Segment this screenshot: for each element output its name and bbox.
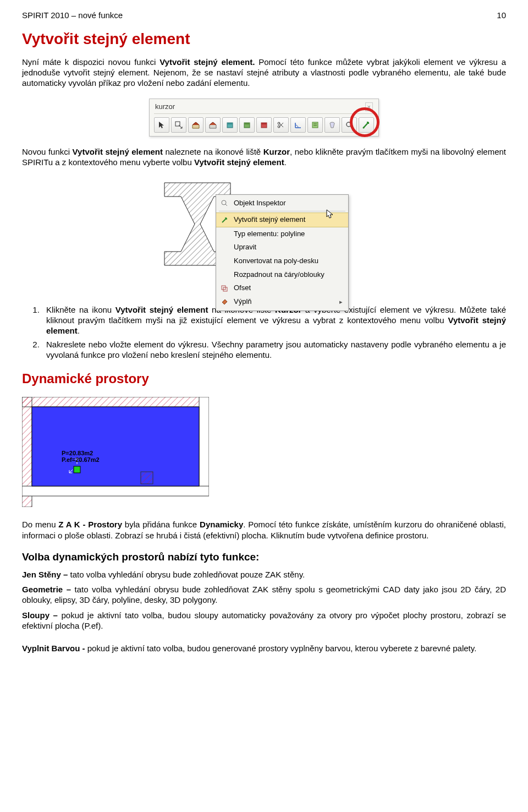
note-green-icon[interactable] [307, 117, 323, 133]
svg-point-14 [222, 200, 226, 205]
ctx-item-label: Ofset [234, 284, 251, 293]
scissors-icon[interactable] [273, 117, 289, 133]
stack-cyan-icon[interactable] [222, 117, 238, 133]
opt-jen-steny: Jen Stěny – tato volba vyhledání obrysu … [22, 569, 506, 580]
highlight-circle [350, 107, 380, 137]
room-area-ef-label: P.ef=20.67m2 [62, 456, 100, 463]
svg-rect-24 [74, 466, 80, 473]
submenu-arrow-icon: ▸ [339, 298, 343, 306]
fill-icon [219, 297, 229, 306]
ctx-konvertovat[interactable]: Konvertovat na poly-desku [216, 254, 348, 268]
blank-icon [219, 270, 229, 279]
svg-rect-2 [227, 123, 233, 124]
house-icon[interactable] [188, 117, 204, 133]
svg-rect-18 [22, 397, 209, 407]
ctx-objekt-inspektor[interactable]: Objekt Inspektor [216, 197, 348, 210]
offset-icon [219, 284, 229, 293]
section1-title: Vytvořit stejný element [22, 29, 506, 49]
opt-sloupy: Sloupy – pokud je aktivní tato volba, bu… [22, 610, 506, 631]
page-number: 10 [497, 10, 506, 20]
ctx-typ-elementu[interactable]: Typ elementu: polyline [216, 227, 348, 241]
ctx-item-label: Výplň [234, 297, 252, 307]
ctx-item-label: Typ elementu: polyline [234, 230, 305, 239]
kurzor-toolbar: kurzor × [149, 99, 379, 137]
stack-red-icon[interactable] [256, 117, 272, 133]
blank-icon [219, 230, 229, 238]
angle-icon[interactable] [290, 117, 306, 133]
select-rect-icon[interactable] [171, 117, 186, 133]
ctx-upravit[interactable]: Upravit [216, 241, 348, 254]
figure-room: P=20.83m2 P.ef=20.67m2 [22, 397, 506, 509]
context-menu[interactable]: Objekt Inspektor Vytvořit stejný element… [216, 194, 349, 311]
ctx-item-label: Vytvořit stejný element [234, 215, 305, 225]
svg-rect-9 [312, 122, 318, 128]
ctx-item-label: Objekt Inspektor [234, 199, 286, 208]
figure-toolbar: kurzor × [22, 99, 506, 137]
ctx-vypln[interactable]: Výplň ▸ [216, 295, 348, 309]
svg-rect-21 [22, 486, 209, 496]
toolbar-label: kurzor [155, 102, 175, 112]
ctx-rozpadnout[interactable]: Rozpadnout na čáry/oblouky [216, 268, 348, 282]
room-area-label: P=20.83m2 [62, 450, 93, 456]
ctx-item-label: Rozpadnout na čáry/oblouky [234, 270, 324, 280]
house2-icon[interactable] [205, 117, 221, 133]
pointer-icon[interactable] [154, 117, 169, 133]
ctx-item-label: Upravit [234, 243, 256, 252]
steps-list: Klikněte na ikonu Vytvořit stejný elemen… [22, 304, 506, 361]
opt-vyplnit-barvou: Vyplnit Barvou - pokud je aktivní tato v… [22, 643, 506, 653]
svg-rect-22 [32, 407, 199, 486]
svg-rect-4 [244, 123, 250, 124]
section2-subhead: Volba dynamických prostorů nabízí tyto f… [22, 551, 506, 564]
svg-rect-23 [141, 472, 153, 484]
section2-intro: Do menu Z A K - Prostory byla přidána fu… [22, 519, 506, 540]
page-header: SPIRIT 2010 – nové funkce 10 [22, 10, 506, 20]
inspect-icon [219, 199, 229, 208]
section1-para2: Novou funkci Vytvořit stejný element nal… [22, 146, 506, 167]
ctx-vytvorit-stejny[interactable]: Vytvořit stejný element [216, 212, 348, 227]
section1-intro: Nyní máte k dispozici novou funkci Vytvo… [22, 57, 506, 89]
glass-icon[interactable] [324, 117, 340, 133]
ctx-separator [219, 211, 345, 211]
svg-rect-6 [261, 123, 267, 124]
opt-geometrie: Geometrie – tato volba vyhledání obrysu … [22, 584, 506, 605]
ctx-ofset[interactable]: Ofset [216, 281, 348, 295]
blank-icon [219, 243, 229, 252]
svg-rect-20 [199, 397, 209, 491]
doc-title: SPIRIT 2010 – nové funkce [22, 10, 123, 20]
stack-green-icon[interactable] [239, 117, 255, 133]
blank-icon [219, 257, 229, 265]
figure-context-menu: Objekt Inspektor Vytvořit stejný element… [22, 178, 506, 295]
step-2: Nakreslete nebo vložte element do výkres… [42, 339, 506, 360]
section2-title: Dynamické prostory [22, 370, 506, 388]
ctx-item-label: Konvertovat na poly-desku [234, 257, 318, 266]
create-same-icon [219, 216, 229, 225]
